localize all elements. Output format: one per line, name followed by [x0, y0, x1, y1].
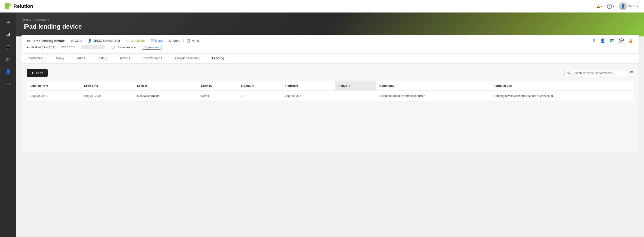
tab-policy[interactable]: Policy — [50, 53, 70, 63]
tab-rules-label: Rules — [77, 56, 85, 60]
lend-button[interactable]: ⬆ Lend — [27, 69, 48, 77]
supervised-badge: Supervised — [142, 45, 162, 50]
config-info: ⚙ None — [169, 39, 180, 42]
notifications-chevron: ▾ — [601, 4, 602, 8]
card-action-icon[interactable]: 🪪 — [610, 38, 614, 43]
sidebar-item-mobile[interactable]: 📱 — [3, 41, 14, 52]
tab-information[interactable]: Information — [22, 53, 50, 63]
help-icon: ? — [607, 4, 612, 9]
cell-signature: ◇ — [237, 90, 282, 101]
history-clock-icon: 🕐 — [111, 46, 115, 49]
table-header-row: Loaned from Loan until Loan to Loan by S… — [27, 81, 633, 90]
device-ip: 192.168.x.x — [81, 45, 105, 49]
search-icon: 🔍 — [567, 71, 571, 75]
tab-assigned-licenses[interactable]: Assigned licenses — [168, 53, 206, 63]
list-view-icon[interactable]: ☰ — [630, 70, 633, 75]
other-info: 📋 None — [186, 39, 199, 42]
device-card: ▭ iPad lending device | ⊞ COD | 👤 DEMO D… — [22, 35, 639, 53]
sort-icon: ▾ — [349, 84, 350, 87]
upload-action-icon[interactable]: ⬆ — [592, 38, 596, 43]
management-info: ⊞ COD — [71, 39, 82, 42]
tab-installed-apps[interactable]: Installed apps — [136, 53, 168, 63]
cell-returned: Aug 20, 2021 — [282, 90, 335, 101]
sidebar-item-settings[interactable]: ⚙ — [3, 79, 14, 89]
toolbar-row: ⬆ Lend 🔍 ☰ — [27, 69, 633, 77]
circle-info-icon: ⓘ — [151, 39, 154, 43]
shield-icon: 🛡 — [126, 39, 130, 42]
user-menu[interactable]: 👤 Demo ▾ — [619, 2, 639, 10]
tab-actions[interactable]: Actions — [114, 53, 136, 63]
notifications-button[interactable]: 🔔 ▾ — [596, 4, 602, 8]
grid-icon-small: ⊞ — [71, 39, 74, 42]
tab-installed-apps-label: Installed apps — [143, 56, 162, 60]
lend-icon: ⬆ — [31, 71, 34, 75]
bell-icon: 🔔 — [596, 4, 600, 8]
col-returned: Returned — [282, 81, 335, 90]
sidebar-item-education[interactable]: 🎓 — [3, 54, 14, 64]
chat-action-icon[interactable]: 💬 — [619, 38, 624, 43]
user-icon-small: 👤 — [88, 39, 92, 42]
breadcrumb-sep1: > — [32, 18, 34, 21]
cog-icon: ⚙ — [169, 39, 172, 42]
search-box[interactable]: 🔍 — [564, 70, 627, 76]
device-os: iOS 14.7.1 — [61, 46, 75, 49]
device-user-label: DEMO Device User — [93, 39, 120, 42]
toolbar-right: 🔍 ☰ — [564, 70, 633, 76]
col-active[interactable]: Active ▾ — [335, 81, 376, 90]
tab-lending[interactable]: Lending — [206, 53, 230, 63]
device-name-label: iPad lending device — [33, 39, 65, 43]
sidebar: ☁ ⊞ 📱 🎓 👤 ⚙ — [0, 12, 16, 237]
tab-information-label: Information — [28, 56, 44, 60]
other-label: None — [192, 39, 199, 42]
device-meta-row: Apple iPad (iPad7,11) | iOS 14.7.1 | 192… — [27, 45, 633, 50]
lock-action-icon[interactable]: 🔒 — [628, 38, 633, 43]
grid-icon: ⊞ — [6, 31, 10, 37]
col-comments: Comments — [376, 81, 490, 90]
cell-terms-of-use: Lending device Johannes-Kepler-Gymnasium — [490, 90, 633, 101]
policy-info: ⓘ None — [151, 39, 162, 43]
col-loan-by: Loan by — [198, 81, 237, 90]
table-row: Aug 20, 2021 Aug 27, 2021 Max Mustermann… — [27, 90, 633, 101]
search-input[interactable] — [572, 71, 624, 75]
breadcrumb-home[interactable]: Home — [23, 18, 31, 21]
app-logo[interactable]: Relution — [5, 3, 33, 9]
page-title: iPad lending device — [23, 23, 637, 30]
signature-icon: ◇ — [241, 94, 244, 98]
col-loan-until: Loan until — [80, 81, 134, 90]
username-label: Demo — [628, 4, 636, 8]
sidebar-item-users[interactable]: 👤 — [3, 66, 14, 77]
cell-loan-by: Demo — [198, 90, 237, 101]
management-label: COD — [75, 39, 82, 42]
col-terms-of-use: Terms of use — [490, 81, 633, 90]
users-icon: 👤 — [5, 69, 11, 74]
cloud-icon: ☁ — [6, 19, 10, 24]
compliance-info: 🛡 Compliant — [126, 39, 145, 42]
col-signature: Signature — [237, 81, 282, 90]
device-info-row: ▭ iPad lending device | ⊞ COD | 👤 DEMO D… — [27, 38, 633, 43]
page-header: Home > Devices > iPad lending device — [16, 12, 644, 36]
user-chevron: ▾ — [637, 4, 639, 8]
tab-rules[interactable]: Rules — [70, 53, 91, 63]
education-icon: 🎓 — [5, 56, 11, 62]
breadcrumb-devices[interactable]: Devices — [36, 18, 46, 21]
tab-history-label: History — [98, 56, 107, 60]
device-model: Apple iPad (iPad7,11) — [27, 46, 55, 49]
config-label: None — [173, 39, 180, 42]
clipboard-icon: 📋 — [186, 39, 190, 42]
settings-icon: ⚙ — [6, 81, 10, 87]
mobile-icon: 📱 — [5, 44, 11, 49]
sidebar-item-cloud[interactable]: ☁ — [3, 16, 14, 27]
device-action-icons: ⬆ 👤 🪪 💬 🔒 — [592, 38, 633, 43]
main-content: Home > Devices > iPad lending device ▭ i… — [16, 12, 644, 237]
lend-button-label: Lend — [36, 71, 43, 75]
cell-loaned-from: Aug 20, 2021 — [27, 90, 80, 101]
user-action-icon[interactable]: 👤 — [600, 38, 605, 43]
help-button[interactable]: ? ▾ — [607, 4, 614, 9]
avatar: 👤 — [619, 2, 627, 10]
sidebar-item-apps[interactable]: ⊞ — [3, 29, 14, 39]
breadcrumb: Home > Devices > — [23, 18, 637, 21]
tab-lending-label: Lending — [212, 56, 224, 60]
cell-active — [335, 90, 376, 101]
tab-history[interactable]: History — [91, 53, 114, 63]
lending-table: Loaned from Loan until Loan to Loan by S… — [27, 81, 633, 101]
